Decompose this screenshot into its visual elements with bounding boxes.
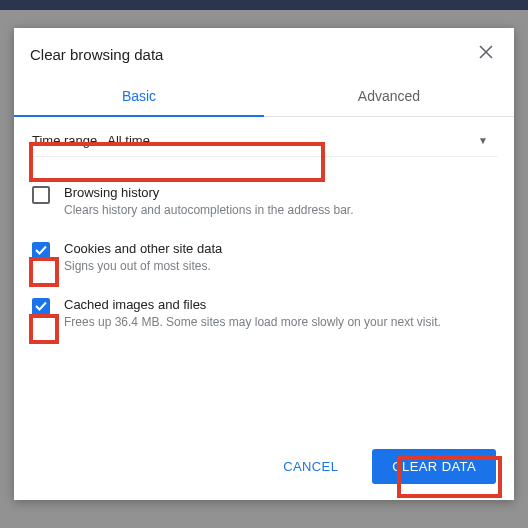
checkbox-cached[interactable] [32,298,50,316]
dialog-actions: CANCEL CLEAR DATA [14,435,514,500]
dialog-header: Clear browsing data [14,28,514,78]
option-browsing-history: Browsing history Clears history and auto… [30,175,498,231]
option-cached: Cached images and files Frees up 36.4 MB… [30,287,498,343]
time-range-label: Time range [32,133,97,148]
option-text: Cached images and files Frees up 36.4 MB… [64,297,441,329]
option-desc: Frees up 36.4 MB. Some sites may load mo… [64,315,441,329]
dialog-title: Clear browsing data [30,46,478,63]
dialog-body: Time range All time ▼ Browsing history C… [14,117,514,435]
clear-data-button[interactable]: CLEAR DATA [372,449,496,484]
tabs: Basic Advanced [14,78,514,117]
time-range-value: All time [107,133,150,148]
close-icon[interactable] [478,44,498,64]
checkbox-cookies[interactable] [32,242,50,260]
option-title: Cached images and files [64,297,441,312]
option-title: Browsing history [64,185,354,200]
option-title: Cookies and other site data [64,241,222,256]
tab-advanced[interactable]: Advanced [264,78,514,116]
tab-basic[interactable]: Basic [14,78,264,116]
option-desc: Clears history and autocompletions in th… [64,203,354,217]
option-cookies: Cookies and other site data Signs you ou… [30,231,498,287]
option-text: Browsing history Clears history and auto… [64,185,354,217]
checkbox-browsing-history[interactable] [32,186,50,204]
option-text: Cookies and other site data Signs you ou… [64,241,222,273]
time-range-row: Time range All time ▼ [30,127,498,157]
clear-browsing-data-dialog: Clear browsing data Basic Advanced Time … [14,28,514,500]
chevron-down-icon: ▼ [478,135,488,146]
cancel-button[interactable]: CANCEL [263,449,358,484]
option-desc: Signs you out of most sites. [64,259,222,273]
time-range-select[interactable]: All time ▼ [107,133,494,148]
